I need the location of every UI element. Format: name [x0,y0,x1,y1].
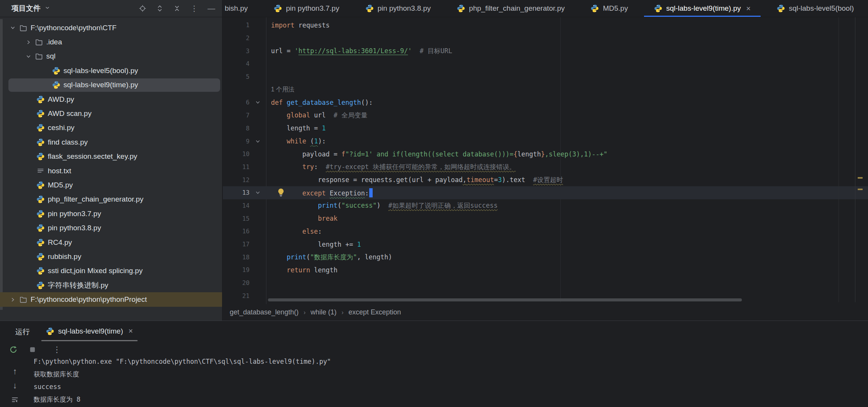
chevron-down-icon[interactable] [44,5,50,12]
tree-item[interactable]: AWD scan.py [0,106,222,120]
fold-chevron-icon[interactable] [250,99,266,105]
tree-item[interactable]: 字符串转换进制.py [0,278,222,292]
chevron-down-icon[interactable] [23,54,33,59]
editor-tab[interactable]: sql-labs-level5(bool) [764,0,867,17]
console-line: success [34,381,864,393]
python-icon [35,210,46,218]
tree-item[interactable]: host.txt [0,164,222,178]
tree-item[interactable]: php_filter_chain_generator.py [0,192,222,207]
editor-tab[interactable]: MD5.py [578,0,641,17]
tree-item[interactable]: pin python3.7.py [0,207,222,221]
fold-chevron-icon[interactable] [250,138,266,144]
ide-window: 项目文件 ⋮ — bish.pypin python3.7.pypin pyth… [0,0,868,407]
code-line[interactable]: 3url = 'http://sql-labs:3601/Less-9/' # … [223,44,868,57]
code-area[interactable]: 1import requests23url = 'http://sql-labs… [223,17,868,304]
tree-item[interactable]: .idea [0,35,222,49]
tree-item[interactable]: F:\pythoncode\python\pythonProject [0,292,222,306]
code-line[interactable]: 9 while (1): [223,135,868,148]
tree-item[interactable]: rubbish.py [0,249,222,264]
code-text: try: #try-except 块捕获任何可能的异常，如网络超时或连接错误。 [266,163,516,171]
code-line[interactable]: 12 response = requests.get(url + payload… [223,173,868,186]
code-line[interactable]: 17 length += 1 [223,238,868,251]
chevron-right-icon[interactable] [23,39,33,45]
run-panel-title[interactable]: 运行 [15,327,30,337]
code-line[interactable]: 16 else: [223,225,868,238]
tree-item-label: F:\pythoncode\python\pythonProject [31,295,147,304]
tree-item[interactable]: AWD.py [0,92,222,106]
tree-item[interactable]: sql-labs-level5(bool).py [0,63,222,78]
console-output[interactable]: F:\python\python.exe "F:\pythoncode\pyth… [34,355,864,406]
tree-item[interactable]: MD5.py [0,178,222,192]
code-line[interactable]: 8 length = 1 [223,122,868,135]
tree-item[interactable]: find class.py [0,135,222,149]
expand-all-icon[interactable] [155,4,164,13]
editor-tab[interactable]: sql-labs-level9(time).py× [641,0,764,17]
code-line[interactable]: 2 [223,32,868,45]
code-line[interactable]: 20 [223,277,868,290]
project-panel: F:\pythoncode\python\CTF.ideasqlsql-labs… [0,17,222,321]
python-icon [35,109,46,118]
code-line[interactable]: 13 except Exception: [223,186,868,199]
code-line[interactable]: 6def get_database_length(): [223,96,868,109]
up-arrow-icon[interactable]: ↑ [10,366,20,377]
warning-stripe-mark[interactable] [858,177,863,179]
tree-item[interactable]: flask_session.sectet_key.py [0,150,222,164]
code-line[interactable]: 10 payload = f"?id=1' and if(length((sel… [223,148,868,161]
more-icon[interactable]: ⋮ [52,345,62,355]
tree-item[interactable]: pin python3.8.py [0,221,222,235]
code-line[interactable]: 11 try: #try-except 块捕获任何可能的异常，如网络超时或连接错… [223,161,868,174]
line-number: 8 [223,125,250,132]
code-line[interactable]: 5 [223,70,868,83]
editor-tab[interactable]: pin python3.7.py [261,0,352,17]
stop-icon[interactable] [28,345,37,355]
line-number: 3 [223,47,250,55]
line-number: 13 [223,189,250,196]
tree-item[interactable]: ssti dict,join Mixed splicing.py [0,264,222,278]
breadcrumb-item[interactable]: get_database_length() [230,308,299,316]
collapse-all-icon[interactable] [172,4,182,13]
close-icon[interactable]: × [746,4,751,13]
tree-item-label: AWD.py [48,95,74,104]
tree-item[interactable]: sql [0,49,222,63]
tree-item[interactable]: sql-labs-level9(time).py [0,78,222,92]
soft-wrap-icon[interactable] [10,394,20,405]
close-icon[interactable]: × [128,327,133,335]
code-line[interactable]: 1import requests [223,19,868,32]
editor-tab[interactable]: pin python3.8.py [352,0,444,17]
run-tab[interactable]: sql-labs-level9(time) × [40,321,139,341]
intention-bulb-icon[interactable] [276,188,286,198]
folder-icon [18,24,29,32]
locate-icon[interactable] [138,4,147,13]
code-line[interactable]: 15 break [223,212,868,225]
breadcrumb-item[interactable]: while (1) [310,308,336,316]
code-line[interactable]: 18 print("数据库长度为", length) [223,251,868,264]
code-line[interactable]: 19 return length [223,264,868,277]
code-text: length = 1 [266,124,326,132]
editor-tab[interactable]: php_filter_chain_generator.py [444,0,578,17]
chevron-right-icon[interactable] [8,297,18,303]
line-number: 19 [223,266,250,274]
code-line[interactable]: 14 print("success") #如果超时了说明正确，返回success [223,199,868,212]
breadcrumb-item[interactable]: except Exception [349,308,401,316]
more-icon[interactable]: ⋮ [190,4,199,13]
horizontal-scrollbar[interactable] [268,298,742,301]
tree-item-label: RC4.py [48,238,72,247]
editor-tab[interactable]: bish.py [222,0,261,17]
code-line[interactable]: 7 global url # 全局变量 [223,109,868,122]
line-number: 16 [223,228,250,235]
tree-item[interactable]: ceshi.py [0,121,222,135]
tree-item[interactable]: F:\pythoncode\python\CTF [0,21,222,35]
code-text: response = requests.get(url + payload,ti… [266,176,563,184]
hide-icon[interactable]: — [207,4,216,13]
fold-chevron-icon[interactable] [250,190,266,195]
rerun-icon[interactable] [8,345,18,355]
project-panel-title[interactable]: 项目文件 [11,3,41,13]
python-icon [35,195,46,204]
down-arrow-icon[interactable]: ↓ [10,380,20,391]
code-text: payload = f"?id=1' and if(length((select… [266,150,607,158]
tree-item[interactable]: RC4.py [0,235,222,249]
tree-item-label: rubbish.py [48,252,81,261]
warning-stripe-mark[interactable] [858,189,863,190]
code-line[interactable]: 4 [223,57,868,70]
chevron-down-icon[interactable] [8,25,18,31]
